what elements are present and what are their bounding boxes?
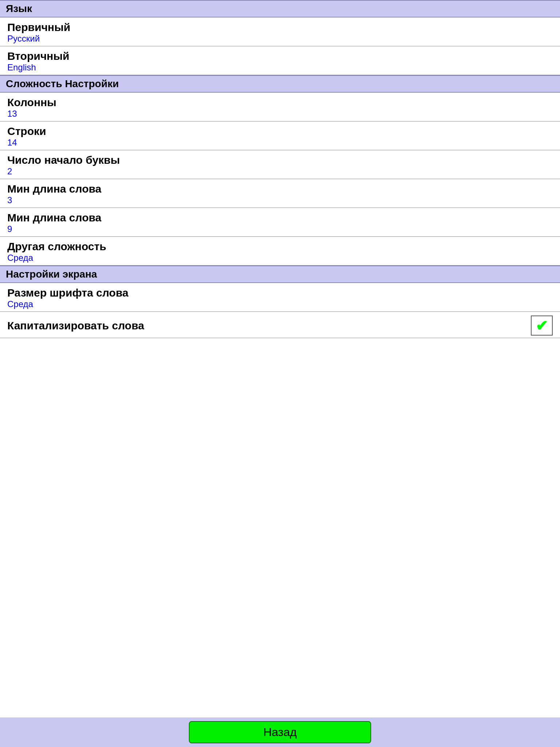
setting-row-number-start-letter[interactable]: Число начало буквы2 xyxy=(0,150,560,179)
setting-row-secondary-language[interactable]: ВторичныйEnglish xyxy=(0,46,560,75)
setting-row-other-complexity[interactable]: Другая сложностьСреда xyxy=(0,237,560,266)
setting-row-primary-language[interactable]: ПервичныйРусский xyxy=(0,18,560,46)
setting-value-max-word-length: 9 xyxy=(7,224,101,234)
setting-row-capitalize-words[interactable]: Капитализировать слова✔ xyxy=(0,312,560,338)
setting-value-rows: 14 xyxy=(7,138,46,148)
setting-value-other-complexity: Среда xyxy=(7,253,106,263)
label-block-min-word-length: Мин длина слова3 xyxy=(7,183,101,205)
label-block-word-font-size: Размер шрифта словаСреда xyxy=(7,287,128,309)
setting-title-max-word-length: Мин длина слова xyxy=(7,212,101,224)
label-block-number-start-letter: Число начало буквы2 xyxy=(7,154,120,177)
section-header-complexity: Сложность Настройки xyxy=(0,75,560,93)
setting-row-max-word-length[interactable]: Мин длина слова9 xyxy=(0,208,560,237)
setting-title-capitalize-words: Капитализировать слова xyxy=(7,320,144,332)
label-block-other-complexity: Другая сложностьСреда xyxy=(7,240,106,263)
setting-row-min-word-length[interactable]: Мин длина слова3 xyxy=(0,179,560,208)
setting-row-word-font-size[interactable]: Размер шрифта словаСреда xyxy=(0,283,560,312)
setting-title-columns: Колонны xyxy=(7,96,57,109)
label-block-primary-language: ПервичныйРусский xyxy=(7,21,70,44)
label-block-columns: Колонны13 xyxy=(7,96,57,119)
setting-value-primary-language: Русский xyxy=(7,34,70,44)
label-block-rows: Строки14 xyxy=(7,125,46,148)
bottom-bar: Назад xyxy=(0,717,560,747)
setting-title-number-start-letter: Число начало буквы xyxy=(7,154,120,166)
checkbox-capitalize-words[interactable]: ✔ xyxy=(531,316,553,336)
back-button[interactable]: Назад xyxy=(189,721,371,743)
setting-value-min-word-length: 3 xyxy=(7,195,101,205)
setting-row-columns[interactable]: Колонны13 xyxy=(0,93,560,121)
setting-title-other-complexity: Другая сложность xyxy=(7,240,106,253)
checkmark-icon: ✔ xyxy=(536,317,548,334)
setting-title-min-word-length: Мин длина слова xyxy=(7,183,101,195)
label-block-secondary-language: ВторичныйEnglish xyxy=(7,50,69,73)
setting-value-columns: 13 xyxy=(7,109,57,119)
setting-value-number-start-letter: 2 xyxy=(7,166,120,177)
label-block-capitalize-words: Капитализировать слова xyxy=(7,320,144,332)
setting-title-rows: Строки xyxy=(7,125,46,138)
main-content: ЯзыкПервичныйРусскийВторичныйEnglishСлож… xyxy=(0,0,560,717)
section-header-language: Язык xyxy=(0,0,560,18)
setting-title-secondary-language: Вторичный xyxy=(7,50,69,62)
setting-value-secondary-language: English xyxy=(7,62,69,73)
section-header-display-settings: Настройки экрана xyxy=(0,266,560,283)
setting-title-primary-language: Первичный xyxy=(7,21,70,34)
setting-title-word-font-size: Размер шрифта слова xyxy=(7,287,128,299)
label-block-max-word-length: Мин длина слова9 xyxy=(7,212,101,234)
setting-value-word-font-size: Среда xyxy=(7,299,128,309)
setting-row-rows[interactable]: Строки14 xyxy=(0,121,560,150)
